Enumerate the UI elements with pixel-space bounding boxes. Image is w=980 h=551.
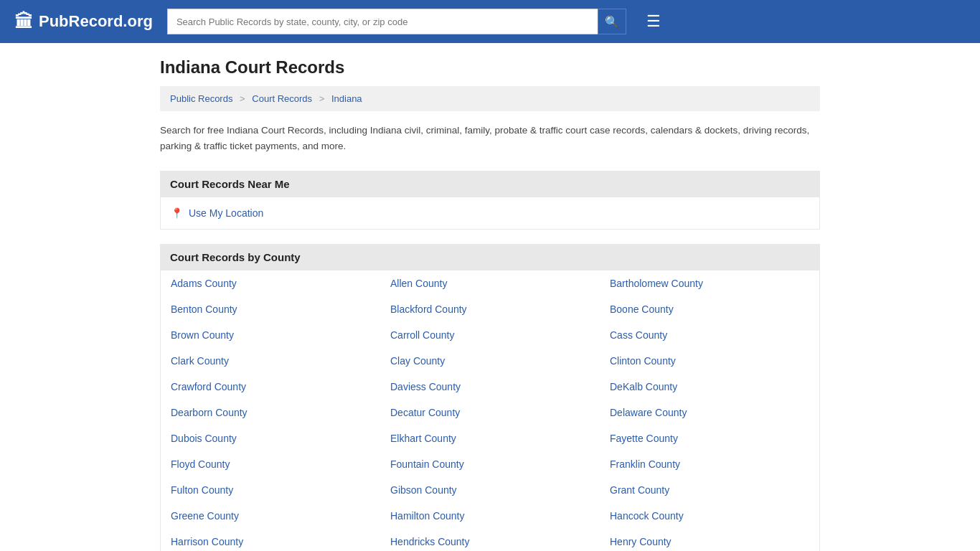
county-item[interactable]: DeKalb County xyxy=(600,374,819,400)
logo-icon: 🏛 xyxy=(14,11,33,33)
county-item[interactable]: Dubois County xyxy=(161,425,380,451)
county-item[interactable]: Dearborn County xyxy=(161,400,380,425)
by-county-header: Court Records by County xyxy=(160,244,820,270)
county-item[interactable]: Blackford County xyxy=(380,296,600,322)
county-item[interactable]: Benton County xyxy=(161,296,380,322)
county-item[interactable]: Henry County xyxy=(600,529,819,551)
search-input[interactable] xyxy=(167,9,598,34)
county-item[interactable]: Grant County xyxy=(600,477,819,503)
county-list-body: Adams CountyAllen CountyBartholomew Coun… xyxy=(160,270,820,551)
near-me-body: 📍 Use My Location xyxy=(160,197,820,230)
county-item[interactable]: Floyd County xyxy=(161,451,380,477)
county-item[interactable]: Crawford County xyxy=(161,374,380,400)
county-item[interactable]: Hendricks County xyxy=(380,529,600,551)
search-button[interactable]: 🔍 xyxy=(598,9,626,34)
county-item[interactable]: Allen County xyxy=(380,270,600,296)
page-description: Search for free Indiana Court Records, i… xyxy=(160,123,820,154)
county-item[interactable]: Delaware County xyxy=(600,400,819,425)
county-item[interactable]: Boone County xyxy=(600,296,819,322)
county-item[interactable]: Decatur County xyxy=(380,400,600,425)
near-me-header: Court Records Near Me xyxy=(160,171,820,197)
county-item[interactable]: Daviess County xyxy=(380,374,600,400)
county-item[interactable]: Adams County xyxy=(161,270,380,296)
breadcrumb: Public Records > Court Records > Indiana xyxy=(160,86,820,111)
county-item[interactable]: Greene County xyxy=(161,503,380,529)
county-item[interactable]: Fayette County xyxy=(600,425,819,451)
logo-text: PubRecord.org xyxy=(39,12,153,31)
county-item[interactable]: Fountain County xyxy=(380,451,600,477)
county-item[interactable]: Bartholomew County xyxy=(600,270,819,296)
county-item[interactable]: Gibson County xyxy=(380,477,600,503)
page-title: Indiana Court Records xyxy=(160,57,820,77)
near-me-section: Court Records Near Me 📍 Use My Location xyxy=(160,171,820,230)
breadcrumb-public-records[interactable]: Public Records xyxy=(170,93,232,104)
use-my-location-link[interactable]: 📍 Use My Location xyxy=(171,207,809,219)
county-item[interactable]: Hancock County xyxy=(600,503,819,529)
by-county-section: Court Records by County Adams CountyAlle… xyxy=(160,244,820,551)
county-item[interactable]: Fulton County xyxy=(161,477,380,503)
search-icon: 🔍 xyxy=(605,15,619,29)
county-item[interactable]: Elkhart County xyxy=(380,425,600,451)
location-icon: 📍 xyxy=(171,207,183,219)
logo[interactable]: 🏛 PubRecord.org xyxy=(14,11,153,33)
county-item[interactable]: Harrison County xyxy=(161,529,380,551)
county-item[interactable]: Brown County xyxy=(161,322,380,348)
breadcrumb-indiana[interactable]: Indiana xyxy=(331,93,362,104)
county-item[interactable]: Carroll County xyxy=(380,322,600,348)
breadcrumb-sep-2: > xyxy=(319,93,325,104)
county-item[interactable]: Clay County xyxy=(380,348,600,374)
use-my-location-label: Use My Location xyxy=(189,207,263,219)
county-grid: Adams CountyAllen CountyBartholomew Coun… xyxy=(161,270,819,551)
site-header: 🏛 PubRecord.org 🔍 ☰ xyxy=(0,0,980,43)
county-item[interactable]: Clinton County xyxy=(600,348,819,374)
breadcrumb-sep-1: > xyxy=(240,93,245,104)
hamburger-icon: ☰ xyxy=(646,12,661,30)
main-content: Indiana Court Records Public Records > C… xyxy=(146,43,834,551)
county-item[interactable]: Hamilton County xyxy=(380,503,600,529)
county-item[interactable]: Cass County xyxy=(600,322,819,348)
breadcrumb-court-records[interactable]: Court Records xyxy=(252,93,312,104)
county-item[interactable]: Clark County xyxy=(161,348,380,374)
menu-button[interactable]: ☰ xyxy=(641,9,666,34)
search-area: 🔍 xyxy=(167,9,626,34)
county-item[interactable]: Franklin County xyxy=(600,451,819,477)
